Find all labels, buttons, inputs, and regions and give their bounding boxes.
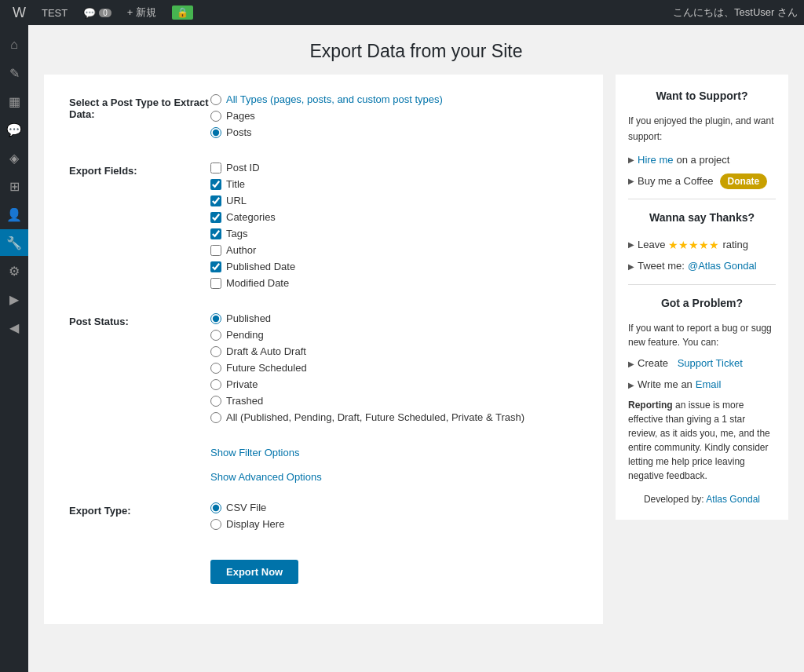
radio-draft-auto[interactable]: Draft & Auto Draft [210, 345, 578, 357]
show-advanced-options-link[interactable]: Show Advanced Options [210, 471, 578, 483]
lock-icon: 🔒 [172, 5, 193, 20]
post-status-row: Post Status: Published Pending Draft [69, 312, 578, 428]
checkbox-categories-label[interactable]: Categories [226, 211, 276, 223]
radio-trashed[interactable]: Trashed [210, 395, 578, 407]
developed-by-section: Developed by: Atlas Gondal [628, 492, 776, 507]
ticket-link[interactable]: Support Ticket [678, 356, 743, 372]
radio-trashed-input[interactable] [210, 396, 221, 407]
checkbox-author-input[interactable] [210, 245, 221, 256]
radio-pending-input[interactable] [210, 330, 221, 341]
checkbox-title-label[interactable]: Title [226, 178, 245, 190]
radio-pending-label[interactable]: Pending [226, 329, 264, 341]
radio-posts[interactable]: Posts [210, 126, 578, 138]
page-title: Export Data from your Site [28, 41, 804, 62]
radio-posts-label[interactable]: Posts [226, 126, 252, 138]
checkbox-categories-input[interactable] [210, 212, 221, 223]
checkbox-url-label[interactable]: URL [226, 195, 247, 206]
radio-csv-file[interactable]: CSV File [210, 502, 578, 513]
sidebar-icon-plugins[interactable]: ⊞ [0, 173, 28, 199]
sidebar-icon-tools[interactable]: 🔧 [0, 229, 28, 256]
developer-link[interactable]: Atlas Gondal [706, 494, 760, 505]
radio-future-scheduled[interactable]: Future Scheduled [210, 362, 578, 374]
checkbox-modified-date-input[interactable] [210, 278, 221, 289]
checkbox-url-input[interactable] [210, 195, 221, 206]
radio-all-types-input[interactable] [210, 94, 221, 105]
radio-display-here[interactable]: Display Here [210, 518, 578, 530]
checkbox-published-date-input[interactable] [210, 261, 221, 272]
tweet-link[interactable]: @Atlas Gondal [688, 258, 757, 275]
radio-display-here-input[interactable] [210, 519, 221, 530]
show-filter-options-link[interactable]: Show Filter Options [210, 447, 578, 458]
radio-draft-auto-input[interactable] [210, 346, 221, 357]
radio-pages-input[interactable] [210, 111, 221, 122]
radio-published-input[interactable] [210, 313, 221, 324]
all-types-link[interactable]: All Types (pages, posts, and custom post… [226, 93, 443, 105]
radio-draft-auto-label[interactable]: Draft & Auto Draft [226, 345, 306, 357]
email-link[interactable]: Email [696, 377, 722, 393]
checkbox-author[interactable]: Author [210, 244, 578, 256]
sidebar-icon-media[interactable]: ▦ [0, 88, 28, 115]
export-fields-label: Export Fields: [69, 162, 210, 177]
checkbox-categories[interactable]: Categories [210, 211, 578, 223]
donate-button[interactable]: Donate [720, 173, 768, 189]
advanced-options-section: Show Advanced Options [69, 471, 578, 483]
sidebar-icon-comments[interactable]: 💬 [0, 116, 28, 143]
checkbox-title-input[interactable] [210, 179, 221, 190]
radio-all-statuses-label[interactable]: All (Published, Pending, Draft, Future S… [226, 411, 524, 423]
radio-published[interactable]: Published [210, 312, 578, 324]
checkbox-post-id-input[interactable] [210, 163, 221, 173]
coffee-arrow: ▶ [628, 175, 634, 188]
sidebar-icon-appearance[interactable]: ◈ [0, 144, 28, 171]
hire-me-link[interactable]: Hire me [638, 152, 674, 169]
checkbox-modified-date[interactable]: Modified Date [210, 277, 578, 289]
checkbox-post-id[interactable]: Post ID [210, 162, 578, 173]
radio-all-statuses[interactable]: All (Published, Pending, Draft, Future S… [210, 411, 578, 423]
wp-logo[interactable]: W [6, 5, 32, 21]
export-now-button[interactable]: Export Now [210, 560, 298, 584]
comments-item[interactable]: 💬 0 [77, 0, 118, 25]
radio-display-here-label[interactable]: Display Here [226, 518, 284, 530]
form-card: Select a Post Type to Extract Data: All … [44, 75, 603, 624]
radio-posts-input[interactable] [210, 127, 221, 138]
radio-csv-file-input[interactable] [210, 502, 221, 513]
radio-future-scheduled-label[interactable]: Future Scheduled [226, 362, 307, 374]
radio-future-scheduled-input[interactable] [210, 363, 221, 374]
radio-trashed-label[interactable]: Trashed [226, 395, 263, 407]
new-post-item[interactable]: + 新規 [121, 0, 163, 25]
radio-private-label[interactable]: Private [226, 378, 258, 390]
greeting: こんにちは、TestUser さん [673, 5, 798, 20]
radio-all-types[interactable]: All Types (pages, posts, and custom post… [210, 93, 578, 105]
checkbox-title[interactable]: Title [210, 178, 578, 190]
checkbox-tags[interactable]: Tags [210, 228, 578, 239]
checkbox-author-label[interactable]: Author [226, 244, 256, 256]
radio-private[interactable]: Private [210, 378, 578, 390]
checkbox-post-id-label[interactable]: Post ID [226, 162, 260, 173]
developed-by-text: Developed by: [644, 494, 704, 505]
sidebar-icon-settings[interactable]: ⚙ [0, 257, 28, 284]
checkbox-modified-date-label[interactable]: Modified Date [226, 277, 289, 289]
checkbox-published-date-label[interactable]: Published Date [226, 261, 295, 272]
sidebar-icon-collapse[interactable]: ◀ [0, 314, 28, 341]
reporting-body: an issue is more effective than giving a… [628, 400, 770, 481]
checkbox-tags-input[interactable] [210, 228, 221, 239]
radio-all-statuses-input[interactable] [210, 412, 221, 423]
sidebar-icon-users[interactable]: 👤 [0, 201, 28, 228]
radio-all-types-label[interactable]: All Types (pages, posts, and custom post… [226, 93, 443, 105]
sidebar-icon-posts[interactable]: ✎ [0, 60, 28, 86]
export-button-container: Export Now [69, 553, 578, 584]
sidebar-icon-dashboard[interactable]: ⌂ [0, 31, 28, 58]
radio-private-input[interactable] [210, 379, 221, 390]
checkbox-published-date[interactable]: Published Date [210, 261, 578, 272]
radio-pages-label[interactable]: Pages [226, 110, 255, 122]
radio-published-label[interactable]: Published [226, 312, 271, 324]
radio-pages[interactable]: Pages [210, 110, 578, 122]
radio-pending[interactable]: Pending [210, 329, 578, 341]
new-post-label: + 新規 [127, 5, 156, 20]
site-name-item[interactable]: TEST [35, 0, 74, 25]
rating-stars[interactable]: ★★★★★ [668, 236, 719, 254]
sidebar-icon-media2[interactable]: ▶ [0, 286, 28, 312]
lock-item[interactable]: 🔒 [166, 0, 199, 25]
checkbox-tags-label[interactable]: Tags [226, 228, 247, 239]
radio-csv-file-label[interactable]: CSV File [226, 502, 266, 513]
checkbox-url[interactable]: URL [210, 195, 578, 206]
